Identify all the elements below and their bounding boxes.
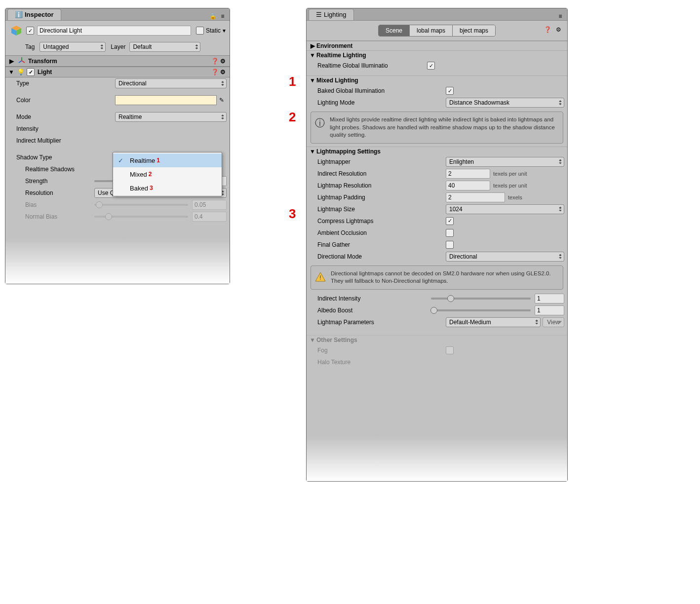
- svg-text:!: !: [319, 274, 321, 281]
- ao-checkbox[interactable]: [446, 229, 454, 237]
- other-settings-title: Other Settings: [316, 337, 357, 343]
- lightmapper-dropdown[interactable]: Enlighten: [446, 157, 564, 167]
- mixed-lighting-header[interactable]: ▼ Mixed Lighting: [307, 76, 567, 85]
- type-label: Type: [16, 80, 115, 87]
- fold-icon: ▶: [8, 58, 14, 64]
- panel-menu-icon[interactable]: ≡: [556, 12, 564, 20]
- baked-gi-checkbox[interactable]: [446, 87, 454, 95]
- directional-mode-dropdown[interactable]: Directional: [446, 252, 564, 262]
- panel-menu-icon[interactable]: ≡: [219, 12, 227, 20]
- gameobject-header: Directional Light Static ▾: [5, 21, 230, 40]
- subtab-object-maps[interactable]: bject maps: [453, 25, 495, 36]
- other-settings-header[interactable]: ▼ Other Settings: [307, 335, 567, 344]
- static-label: Static: [206, 27, 221, 34]
- lightmapping-title: Lightmapping Settings: [316, 148, 381, 155]
- mode-option-mixed[interactable]: Mixed2: [113, 167, 222, 181]
- view-button[interactable]: View: [543, 317, 564, 327]
- bias-field[interactable]: 0.05: [192, 200, 227, 210]
- resolution-label: Resolution: [25, 189, 94, 196]
- info-icon: ⓘ: [315, 116, 325, 130]
- lightmapping-header[interactable]: ▼ Lightmapping Settings: [307, 147, 567, 156]
- lightmap-res-label: Lightmap Resolution: [317, 182, 446, 189]
- indirect-res-field[interactable]: 2: [446, 169, 490, 179]
- unit-label: texels per unit: [493, 171, 527, 177]
- static-checkbox[interactable]: [196, 27, 204, 35]
- mode-option-baked[interactable]: Baked3: [113, 181, 222, 195]
- lightmapper-label: Lightmapper: [317, 158, 446, 165]
- fog-checkbox[interactable]: [446, 346, 454, 354]
- light-color-field[interactable]: [115, 95, 217, 105]
- albedo-boost-field[interactable]: 1: [535, 305, 564, 315]
- albedo-boost-slider[interactable]: [431, 309, 531, 311]
- mode-option-realtime[interactable]: ✓Realtime1: [113, 153, 222, 167]
- inspector-panel: ℹ️Inspector 🔒 ≡ Directional Light Static…: [5, 8, 230, 284]
- lightmap-size-label: Lightmap Size: [317, 206, 446, 213]
- tab-lighting[interactable]: ☰Lighting: [309, 9, 354, 20]
- axes-icon: [18, 57, 25, 65]
- lightmap-params-label: Lightmap Parameters: [317, 319, 446, 326]
- realtime-lighting-header[interactable]: ▼ Realtime Lighting: [307, 50, 567, 60]
- subtab-global-maps[interactable]: lobal maps: [410, 25, 453, 36]
- fog-label: Fog: [317, 347, 446, 354]
- gear-icon[interactable]: ⚙: [219, 68, 227, 76]
- light-title: Light: [38, 69, 52, 76]
- static-dropdown-icon[interactable]: ▾: [223, 27, 226, 34]
- light-enabled-checkbox[interactable]: [27, 68, 35, 76]
- indirect-res-label: Indirect Resolution: [317, 170, 446, 177]
- indirect-intensity-field[interactable]: 1: [535, 294, 564, 303]
- unit-label: texels per unit: [493, 183, 527, 189]
- layer-label: Layer: [111, 43, 125, 50]
- subtab-scene[interactable]: Scene: [379, 25, 410, 36]
- eyedropper-icon[interactable]: ✎: [217, 97, 227, 104]
- mode-label: Mode: [16, 113, 115, 120]
- directional-mode-label: Directional Mode: [317, 253, 446, 260]
- indirect-intensity-slider[interactable]: [431, 298, 531, 300]
- light-header[interactable]: ▼ 💡 Light ❓ ⚙: [5, 67, 230, 77]
- normal-bias-slider[interactable]: [94, 216, 188, 218]
- indirect-mult-label: Indirect Multiplier: [16, 137, 115, 144]
- realtime-lighting-title: Realtime Lighting: [316, 52, 366, 59]
- fold-icon: ▼: [310, 52, 315, 58]
- compress-label: Compress Lightmaps: [317, 218, 446, 225]
- realtime-shadows-label: Realtime Shadows: [25, 166, 75, 173]
- mode-option-label: Mixed: [130, 171, 147, 178]
- unit-label: texels: [508, 194, 522, 200]
- annotation-sup: 1: [156, 157, 160, 164]
- lighting-tabbar: ☰Lighting ≡: [307, 8, 567, 21]
- environment-header[interactable]: ▶ Environment: [307, 41, 567, 50]
- lightmap-size-dropdown[interactable]: 1024: [446, 204, 564, 214]
- help-icon[interactable]: ❓: [211, 68, 219, 76]
- lightmap-padding-field[interactable]: 2: [446, 192, 505, 202]
- normal-bias-label: Normal Bias: [25, 213, 94, 220]
- bias-slider[interactable]: [94, 204, 188, 206]
- light-mode-dropdown[interactable]: Realtime: [115, 112, 227, 122]
- compress-checkbox[interactable]: [446, 217, 454, 225]
- cube-icon: [9, 24, 23, 38]
- lightmap-params-dropdown[interactable]: Default-Medium: [446, 317, 541, 327]
- gameobject-name-field[interactable]: Directional Light: [37, 26, 191, 36]
- svg-line-5: [19, 61, 22, 63]
- gear-icon[interactable]: ⚙: [219, 57, 227, 65]
- annotation-1: 1: [289, 74, 296, 89]
- lightmap-res-field[interactable]: 40: [446, 181, 490, 190]
- layer-dropdown[interactable]: Default: [129, 42, 200, 52]
- intensity-label: Intensity: [16, 125, 115, 132]
- lock-icon[interactable]: 🔒: [209, 12, 217, 20]
- light-type-dropdown[interactable]: Directional: [115, 78, 227, 88]
- lightbulb-icon: 💡: [17, 69, 25, 76]
- gameobject-enabled-checkbox[interactable]: [26, 27, 34, 35]
- final-gather-checkbox[interactable]: [446, 241, 454, 249]
- realtime-gi-checkbox[interactable]: [427, 62, 435, 70]
- transform-header[interactable]: ▶ Transform ❓ ⚙: [5, 55, 230, 67]
- help-icon[interactable]: ❓: [544, 26, 551, 34]
- strength-label: Strength: [25, 178, 94, 185]
- lighting-panel: ☰Lighting ≡ Scene lobal maps bject maps …: [306, 8, 568, 482]
- lighting-mode-dropdown[interactable]: Distance Shadowmask: [446, 98, 564, 108]
- normal-bias-field[interactable]: 0.4: [192, 212, 227, 222]
- help-icon[interactable]: ❓: [211, 57, 219, 65]
- tag-dropdown[interactable]: Untagged: [39, 42, 106, 52]
- mode-option-label: Realtime: [130, 157, 155, 164]
- gear-icon[interactable]: ⚙: [554, 26, 562, 34]
- tab-inspector[interactable]: ℹ️Inspector: [7, 9, 61, 20]
- lighting-tab-label: Lighting: [324, 11, 347, 18]
